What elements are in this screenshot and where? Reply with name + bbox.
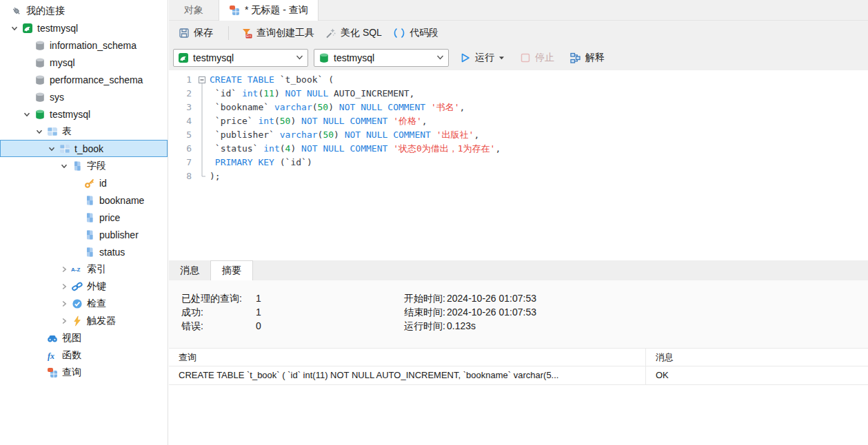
result-header-message[interactable]: 消息 xyxy=(646,349,868,366)
tree-item-视图[interactable]: 视图 xyxy=(0,329,168,346)
tree-item-查询[interactable]: 查询 xyxy=(0,364,168,381)
tree-item-t_book[interactable]: t_book xyxy=(0,140,168,157)
query-builder-label: 查询创建工具 xyxy=(256,27,314,39)
beautify-sql-button[interactable]: 美化 SQL xyxy=(320,24,387,42)
tree-item-label: t_book xyxy=(74,143,103,154)
token-num: 50 xyxy=(280,116,291,126)
chevron-right-icon[interactable] xyxy=(57,278,71,295)
run-button[interactable]: 运行 xyxy=(454,49,510,67)
token-kw: NOT NULL COMMENT xyxy=(301,116,387,126)
tree-item-label: bookname xyxy=(99,195,144,206)
tree-item-我的连接[interactable]: 我的连接 xyxy=(0,2,168,19)
tree-item-mysql[interactable]: mysql xyxy=(0,54,168,71)
tree-item-bookname[interactable]: bookname xyxy=(0,192,168,209)
code-text[interactable]: `price` int(50) NOT NULL COMMENT '价格', xyxy=(208,114,427,128)
chevron-down-icon[interactable] xyxy=(57,157,71,174)
code-line[interactable]: 1CREATE TABLE `t_book` ( xyxy=(169,73,868,87)
tree-item-status[interactable]: status xyxy=(0,243,168,260)
code-line[interactable]: 6 `status` int(4) NOT NULL COMMENT '状态0为… xyxy=(169,142,868,156)
tree-item-information_schema[interactable]: information_schema xyxy=(0,37,168,54)
query-builder-button[interactable]: Ent 查询创建工具 xyxy=(236,24,320,42)
line-number: 8 xyxy=(169,169,196,183)
tree-item-performance_schema[interactable]: performance_schema xyxy=(0,71,168,88)
tree-item-索引[interactable]: A-Z索引 xyxy=(0,260,168,278)
token-num: 50 xyxy=(318,102,329,112)
tree-item-id[interactable]: id xyxy=(0,174,168,192)
tree-item-sys[interactable]: sys xyxy=(0,88,168,105)
code-text[interactable]: CREATE TABLE `t_book` ( xyxy=(208,73,334,87)
bottom-panel: 消息 摘要 已处理的查询:1开始时间:2024-10-26 01:07:53成功… xyxy=(169,260,868,445)
token-pl: ) xyxy=(290,143,301,154)
tree-item-testmysql[interactable]: testmysql xyxy=(0,19,168,37)
tree-item-触发器[interactable]: 触发器 xyxy=(0,312,168,329)
stop-button[interactable]: 停止 xyxy=(514,49,560,67)
tree-item-price[interactable]: price xyxy=(0,209,168,226)
summary-panel: 已处理的查询:1开始时间:2024-10-26 01:07:53成功:1结束时间… xyxy=(169,280,868,348)
code-line[interactable]: 5 `publisher` varchar(50) NOT NULL COMME… xyxy=(169,128,868,142)
tree-item-函数[interactable]: fx函数 xyxy=(0,346,168,364)
tab-summary-label: 摘要 xyxy=(222,265,241,277)
code-text[interactable]: `id` int(11) NOT NULL AUTO_INCREMENT, xyxy=(208,87,414,101)
chevron-spacer xyxy=(32,364,46,381)
chevron-right-icon[interactable] xyxy=(57,312,71,329)
tab-objects[interactable]: 对象 xyxy=(169,0,219,21)
tab-query[interactable]: * 无标题 - 查询 xyxy=(219,0,319,21)
token-pl: , xyxy=(474,130,479,140)
code-line[interactable]: 4 `price` int(50) NOT NULL COMMENT '价格', xyxy=(169,114,868,128)
result-row[interactable]: CREATE TABLE `t_book` ( `id` int(11) NOT… xyxy=(169,366,868,385)
database-select[interactable]: testmysql xyxy=(314,49,449,67)
token-pl: , xyxy=(495,143,501,154)
view-icon xyxy=(46,333,59,344)
db-gray-icon xyxy=(34,74,46,85)
save-button[interactable]: 保存 xyxy=(173,24,219,42)
fold-start-icon[interactable] xyxy=(196,73,208,87)
token-kw: varchar xyxy=(280,130,318,140)
code-text[interactable]: PRIMARY KEY (`id`) xyxy=(208,156,312,169)
tab-messages[interactable]: 消息 xyxy=(169,260,210,280)
toolbar-separator xyxy=(228,26,229,40)
plug-icon xyxy=(10,6,23,17)
token-kw: varchar xyxy=(274,102,312,112)
result-header-query[interactable]: 查询 xyxy=(169,349,646,366)
code-text[interactable]: `status` int(4) NOT NULL COMMENT '状态0为借出… xyxy=(208,142,501,156)
chevron-down-icon[interactable] xyxy=(45,140,59,157)
tree-item-label: testmysql xyxy=(37,23,78,34)
fold-mid-icon xyxy=(196,114,208,128)
code-snippet-button[interactable]: 代码段 xyxy=(387,24,444,42)
tree-item-publisher[interactable]: publisher xyxy=(0,226,168,243)
chevron-down-icon[interactable] xyxy=(32,123,46,140)
chevron-right-icon[interactable] xyxy=(57,260,71,278)
connection-select[interactable]: testmysql xyxy=(173,49,308,67)
run-label: 运行 xyxy=(475,52,494,64)
chevron-right-icon[interactable] xyxy=(57,295,71,312)
line-number: 5 xyxy=(169,128,196,142)
summary-label: 成功: xyxy=(181,305,256,319)
stop-label: 停止 xyxy=(535,52,554,64)
tree-item-表[interactable]: 表 xyxy=(0,123,168,140)
code-text[interactable]: `bookname` varchar(50) NOT NULL COMMENT … xyxy=(208,101,465,114)
sql-editor[interactable]: 1CREATE TABLE `t_book` (2 `id` int(11) N… xyxy=(169,70,868,260)
code-line[interactable]: 3 `bookname` varchar(50) NOT NULL COMMEN… xyxy=(169,101,868,114)
code-line[interactable]: 7 PRIMARY KEY (`id`) xyxy=(169,156,868,169)
code-text[interactable]: `publisher` varchar(50) NOT NULL COMMENT… xyxy=(208,128,479,142)
line-number: 2 xyxy=(169,87,196,101)
token-num: 11 xyxy=(263,88,274,99)
connection-select-value: testmysql xyxy=(193,52,292,63)
token-num: 50 xyxy=(323,130,334,140)
tree-item-检查[interactable]: 检查 xyxy=(0,295,168,312)
code-line[interactable]: 8); xyxy=(169,169,868,183)
tree-item-外键[interactable]: 外键 xyxy=(0,278,168,295)
token-kw: int xyxy=(242,88,258,99)
chevron-down-icon[interactable] xyxy=(20,105,34,123)
chevron-down-icon[interactable] xyxy=(8,19,21,37)
code-text[interactable]: ); xyxy=(208,169,221,183)
tree-item-字段[interactable]: 字段 xyxy=(0,157,168,174)
run-dropdown-caret-icon[interactable] xyxy=(498,55,505,61)
tree-item-testmysql[interactable]: testmysql xyxy=(0,105,168,123)
tab-summary[interactable]: 摘要 xyxy=(210,260,253,280)
explain-button[interactable]: 解释 xyxy=(564,49,610,67)
token-pl: `t_book` ( xyxy=(274,74,334,85)
bottom-tabstrip: 消息 摘要 xyxy=(169,260,868,280)
token-pl: `price` xyxy=(210,116,258,126)
code-line[interactable]: 2 `id` int(11) NOT NULL AUTO_INCREMENT, xyxy=(169,87,868,101)
